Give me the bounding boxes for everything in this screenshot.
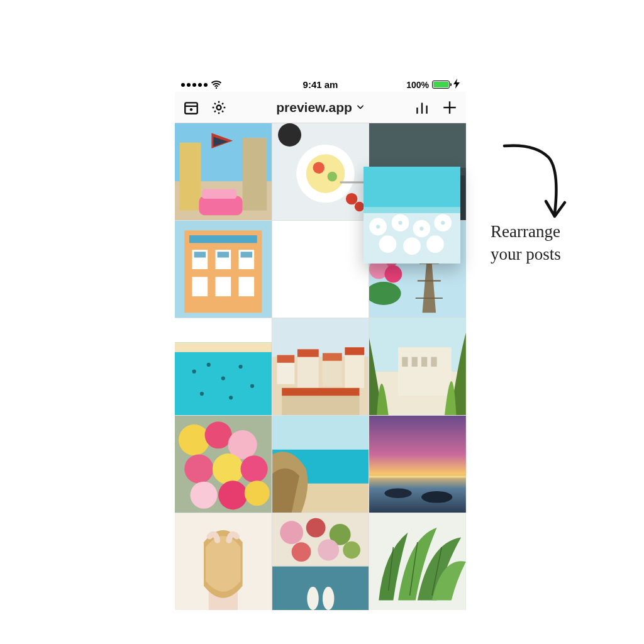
svg-point-82	[179, 425, 209, 455]
grid-tile[interactable]	[175, 513, 272, 610]
svg-rect-68	[277, 355, 294, 363]
svg-point-109	[323, 587, 334, 610]
svg-rect-38	[238, 277, 254, 296]
svg-point-58	[238, 365, 242, 369]
status-right: 100%	[338, 79, 460, 91]
nav-bar: preview.app	[175, 92, 466, 123]
svg-point-85	[184, 455, 213, 484]
svg-point-102	[280, 521, 303, 544]
calendar-icon[interactable]	[182, 99, 200, 116]
svg-point-89	[218, 480, 247, 509]
svg-rect-80	[431, 357, 437, 367]
svg-rect-73	[282, 388, 359, 396]
signal-dots-icon	[181, 83, 208, 87]
svg-point-107	[343, 541, 360, 559]
svg-rect-36	[192, 277, 208, 296]
svg-rect-13	[243, 138, 267, 211]
svg-rect-101	[272, 567, 369, 610]
annotation-line2: your posts	[491, 243, 629, 265]
grid-tile[interactable]	[272, 318, 369, 415]
gear-icon[interactable]	[210, 99, 228, 116]
dragged-tile[interactable]	[364, 167, 460, 264]
battery-icon	[432, 80, 450, 89]
wifi-icon	[211, 79, 222, 91]
svg-point-24	[346, 193, 357, 204]
svg-point-122	[403, 237, 421, 255]
svg-point-95	[385, 489, 412, 498]
svg-point-19	[278, 123, 301, 147]
svg-rect-76	[398, 347, 452, 396]
grid-tile[interactable]	[175, 221, 272, 318]
svg-point-86	[213, 453, 243, 484]
svg-rect-78	[412, 357, 418, 367]
status-time: 9:41 am	[303, 79, 338, 90]
svg-point-25	[354, 202, 364, 211]
annotation: Rearrange your posts	[484, 138, 629, 266]
svg-rect-27	[369, 123, 466, 172]
svg-point-126	[419, 226, 423, 230]
svg-point-96	[421, 491, 452, 502]
bar-chart-icon[interactable]	[413, 99, 431, 116]
svg-rect-77	[402, 357, 408, 367]
svg-rect-70	[323, 353, 342, 360]
svg-point-4	[217, 105, 221, 109]
svg-point-108	[307, 587, 318, 610]
svg-point-90	[245, 480, 270, 506]
svg-point-3	[190, 108, 192, 111]
grid-tile[interactable]	[369, 513, 466, 610]
svg-rect-97	[369, 475, 466, 477]
svg-rect-26	[340, 181, 367, 183]
grid-tile[interactable]	[272, 513, 369, 610]
svg-point-106	[318, 540, 339, 561]
grid-tile-empty[interactable]	[272, 221, 369, 318]
svg-rect-114	[364, 167, 460, 210]
svg-point-127	[441, 221, 445, 225]
plus-icon[interactable]	[441, 99, 458, 116]
svg-rect-116	[364, 208, 460, 213]
svg-rect-41	[241, 252, 252, 257]
svg-point-103	[306, 518, 325, 538]
svg-point-125	[398, 221, 402, 225]
svg-point-124	[376, 225, 380, 228]
svg-rect-54	[175, 343, 272, 352]
grid-tile[interactable]	[175, 416, 272, 513]
phone-frame: 9:41 am 100% preview.app	[175, 75, 466, 576]
svg-point-121	[379, 235, 397, 253]
grid-tile[interactable]	[272, 416, 369, 513]
svg-point-0	[216, 87, 217, 88]
svg-rect-71	[345, 347, 364, 355]
svg-rect-37	[216, 277, 231, 296]
chevron-down-icon	[356, 103, 365, 113]
battery-percent: 100%	[406, 80, 429, 90]
svg-point-55	[192, 370, 196, 374]
svg-point-23	[327, 172, 336, 181]
svg-point-21	[306, 154, 345, 193]
svg-point-22	[313, 162, 324, 174]
status-left	[181, 79, 303, 91]
svg-point-50	[385, 265, 402, 283]
arrow-icon	[497, 138, 572, 233]
svg-rect-91	[272, 416, 369, 450]
svg-rect-17	[202, 189, 236, 199]
svg-point-123	[426, 235, 444, 253]
svg-point-87	[241, 455, 268, 482]
svg-point-105	[291, 542, 311, 562]
grid-tile[interactable]	[175, 123, 272, 220]
svg-rect-40	[218, 252, 229, 257]
status-bar: 9:41 am 100%	[175, 75, 466, 92]
account-switcher[interactable]: preview.app	[276, 100, 365, 115]
nav-title-label: preview.app	[276, 100, 352, 115]
grid-tile[interactable]	[272, 123, 369, 220]
svg-point-60	[200, 392, 204, 396]
grid-tile[interactable]	[175, 318, 272, 415]
charging-icon	[453, 79, 460, 91]
svg-point-83	[205, 421, 232, 448]
svg-point-57	[221, 376, 225, 380]
svg-point-56	[207, 363, 211, 367]
svg-rect-32	[189, 235, 257, 243]
svg-point-59	[250, 384, 254, 388]
svg-point-88	[190, 482, 217, 509]
grid-tile[interactable]	[369, 318, 466, 415]
svg-rect-12	[180, 143, 201, 211]
grid-tile[interactable]	[369, 416, 466, 513]
